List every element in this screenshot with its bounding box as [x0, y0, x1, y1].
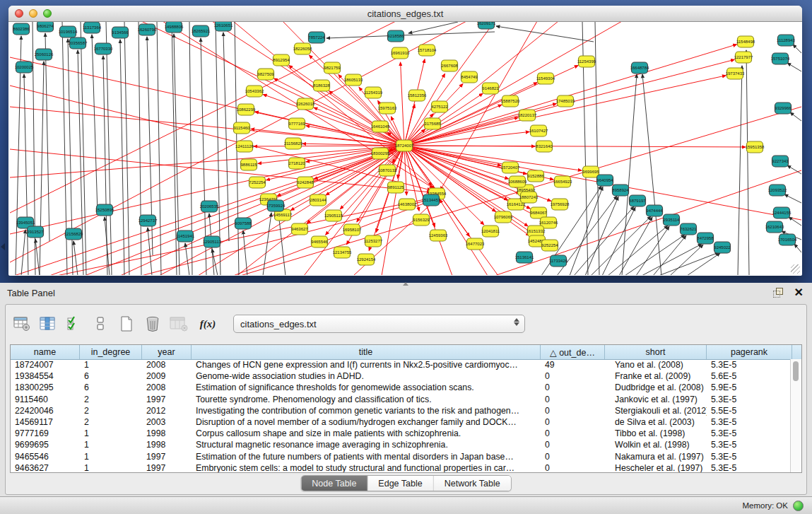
- node[interactable]: 12093522: [768, 185, 787, 196]
- selected-node[interactable]: 9777169: [288, 118, 305, 129]
- selected-node[interactable]: 2667608: [441, 60, 458, 71]
- scrollbar-thumb[interactable]: [793, 361, 799, 381]
- table-scrollbar[interactable]: [790, 359, 801, 472]
- selected-node[interactable]: 9115460: [234, 122, 251, 134]
- selected-node[interactable]: 8321640: [536, 141, 553, 152]
- selected-node[interactable]: 9242848: [297, 177, 314, 188]
- selected-node[interactable]: 9821759: [324, 62, 341, 74]
- table-row[interactable]: 977716911998Corpus callosum shape and si…: [11, 428, 791, 439]
- selected-node[interactable]: 16107427: [529, 125, 548, 136]
- selected-node[interactable]: 10870132: [378, 165, 397, 176]
- node[interactable]: 2935114: [664, 214, 681, 226]
- node[interactable]: 8472958: [697, 233, 714, 244]
- selected-node[interactable]: 15718104: [418, 45, 437, 56]
- selected-node[interactable]: 11253277: [364, 235, 383, 247]
- selected-node[interactable]: 15720407: [501, 162, 520, 173]
- node[interactable]: 16260790: [138, 24, 157, 35]
- table-row[interactable]: 911546021997Tourette syndrome. Phenomeno…: [11, 394, 791, 405]
- memory-status-indicator[interactable]: [793, 501, 804, 511]
- table-row[interactable]: 2242004622012Investigating the contribut…: [11, 405, 791, 416]
- select-columns-icon[interactable]: [39, 315, 57, 333]
- selected-node[interactable]: 11254319: [364, 87, 383, 98]
- selected-node[interactable]: 18226058: [293, 43, 312, 54]
- tab-node-table[interactable]: Node Table: [301, 476, 367, 491]
- node[interactable]: 20206535: [200, 201, 219, 212]
- node[interactable]: 11733426: [549, 255, 568, 267]
- selected-node[interactable]: 9156329: [413, 214, 430, 226]
- table-row[interactable]: 946362711997Embryonic stem cells: a mode…: [11, 462, 791, 472]
- selected-node[interactable]: 12459363: [429, 230, 448, 241]
- selected-node[interactable]: 16654923: [553, 176, 572, 187]
- selected-node[interactable]: 15887520: [501, 95, 520, 107]
- node[interactable]: 7857224: [308, 32, 325, 43]
- node[interactable]: 11451941: [176, 230, 195, 242]
- selected-node[interactable]: 8912954: [273, 54, 290, 66]
- table-row[interactable]: 946554611997Estimation of the future num…: [11, 451, 791, 462]
- node[interactable]: 12610651: [214, 22, 233, 31]
- selected-node[interactable]: 9827509: [257, 69, 274, 80]
- column-header[interactable]: year: [142, 345, 192, 359]
- selected-node[interactable]: 16961910: [391, 47, 410, 59]
- column-header[interactable]: title: [192, 345, 541, 359]
- node[interactable]: 9097588: [235, 218, 252, 229]
- node[interactable]: 17016504: [778, 234, 797, 245]
- selected-node[interactable]: 10862299: [237, 104, 256, 115]
- close-window-button[interactable]: [15, 9, 23, 18]
- selected-node[interactable]: 19756928: [551, 199, 570, 210]
- selected-node[interactable]: 18220137: [518, 110, 537, 121]
- selected-node[interactable]: 12905115: [324, 210, 343, 221]
- panel-splitter-handle[interactable]: [403, 282, 408, 286]
- selected-node[interactable]: 9463627: [291, 223, 308, 235]
- node[interactable]: 9806274: [37, 22, 54, 32]
- node[interactable]: 18265921: [192, 25, 211, 37]
- node[interactable]: 6879197: [629, 195, 646, 206]
- function-builder-icon[interactable]: f(x): [196, 315, 220, 333]
- selected-node[interactable]: 15812356: [408, 90, 427, 101]
- selected-node[interactable]: 8454749: [461, 71, 478, 83]
- tab-network-table[interactable]: Network Table: [434, 476, 511, 491]
- node[interactable]: 8602386: [13, 23, 30, 35]
- node[interactable]: 10200025: [15, 62, 34, 73]
- node[interactable]: 14988806: [165, 22, 184, 33]
- new-column-icon[interactable]: [117, 315, 136, 333]
- column-header[interactable]: short: [605, 345, 707, 359]
- node[interactable]: 7632621: [680, 223, 697, 235]
- table-row[interactable]: 1872400712008Changes of HCN gene express…: [11, 359, 791, 370]
- node[interactable]: 3913527: [27, 226, 44, 238]
- selected-node[interactable]: 10688609: [508, 176, 527, 187]
- selected-node[interactable]: 9886115: [241, 159, 258, 170]
- selected-node[interactable]: 2718120: [288, 158, 305, 169]
- selected-node[interactable]: 16461045: [371, 121, 390, 132]
- node[interactable]: 15751074: [771, 53, 790, 64]
- node[interactable]: 9245022: [714, 242, 731, 253]
- selected-node[interactable]: 22626018: [296, 98, 315, 110]
- selected-node[interactable]: 9891125: [388, 182, 405, 193]
- node[interactable]: 11317364: [83, 22, 102, 33]
- node[interactable]: 16209171: [477, 22, 496, 29]
- collapse-west-panel-icon[interactable]: [1, 243, 5, 250]
- network-window-titlebar[interactable]: citations_edges.txt: [8, 6, 802, 22]
- table-row[interactable]: 969969511998Structural magnetic resonanc…: [11, 439, 791, 450]
- selected-node[interactable]: 12217977: [734, 52, 753, 63]
- row-height-icon[interactable]: [91, 315, 110, 333]
- minimize-window-button[interactable]: [29, 9, 37, 18]
- selected-node[interactable]: 21156829: [284, 138, 303, 149]
- selected-node[interactable]: 9152886: [527, 170, 544, 182]
- selected-node[interactable]: 15951358: [746, 141, 765, 153]
- zoom-window-button[interactable]: [43, 9, 52, 18]
- selected-node[interactable]: 18300295: [371, 148, 390, 159]
- table-settings-icon[interactable]: [13, 315, 31, 333]
- node[interactable]: 9474444: [646, 205, 663, 216]
- selection-mode-icon[interactable]: [65, 315, 83, 333]
- selected-node[interactable]: 3175685: [424, 118, 441, 129]
- node[interactable]: 9329966: [775, 103, 792, 114]
- close-panel-icon[interactable]: ✕: [794, 288, 804, 298]
- node[interactable]: 15250895: [95, 204, 114, 216]
- node[interactable]: 15134457: [422, 194, 441, 206]
- selected-node[interactable]: 4275122: [431, 101, 448, 112]
- column-header[interactable]: pagerank: [707, 345, 792, 359]
- node[interactable]: 20356587: [69, 37, 88, 49]
- selected-node[interactable]: 9252254: [541, 240, 558, 251]
- selected-node[interactable]: 7252254: [249, 177, 266, 188]
- selected-node[interactable]: 18807243: [519, 192, 539, 203]
